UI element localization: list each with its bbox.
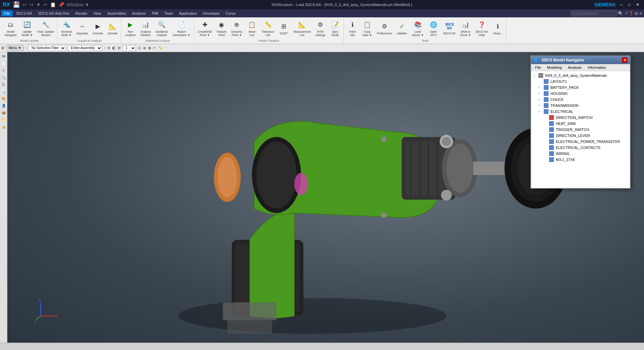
deviate-btn[interactable]: 📐 Deviate — [106, 19, 120, 38]
settings-btn[interactable]: ⚙ — [634, 11, 638, 16]
scope-filter[interactable]: Entire Assembly — [68, 45, 102, 51]
menu-tools[interactable]: Tools — [162, 10, 176, 16]
feat-update-wizard-btn[interactable]: 🔧 Feat. UpdateWizard — [35, 19, 56, 38]
sidebar-icon-lock[interactable]: 🔒 — [1, 124, 7, 130]
copy-data-btn[interactable]: 📋 CopyData ▼ — [360, 19, 374, 38]
update-model-btn[interactable]: 🔄 UpdateModel ▼ — [19, 19, 35, 38]
model-nav-menu-information[interactable]: Information — [585, 65, 609, 70]
menu-btn[interactable]: Menu ▼ — [6, 45, 24, 51]
mtm-settings-btn[interactable]: ⚙ MTMsettings — [313, 19, 327, 38]
sidebar-icon-chart[interactable]: 📊 — [1, 89, 7, 95]
analysis-window-btn[interactable]: 📊 AnalysisWindow — [138, 19, 153, 38]
sidebar-icon-box[interactable]: 📦 — [1, 110, 7, 116]
measurement-list-btn[interactable]: 📐 MeasurementList — [291, 19, 313, 38]
expand-battery-pack[interactable]: + — [538, 86, 543, 89]
menu-assemblies[interactable]: Assemblies — [105, 10, 129, 16]
sidebar-icon-nav[interactable]: 📄 — [1, 60, 7, 66]
model-nav-menu-modeling[interactable]: Modeling — [544, 65, 565, 70]
sidebar-icon-search[interactable]: 🔍 — [1, 74, 7, 80]
sidebar-icon-color[interactable]: 🎨 — [1, 96, 7, 102]
report-generation-btn[interactable]: 📄 ReportGeneration ▼ — [171, 19, 192, 38]
nav-tree-item[interactable]: ─ ELECTRICAL — [532, 109, 629, 115]
tolerance-list-btn[interactable]: 📏 ToleranceList — [260, 19, 276, 38]
model-nav-close-btn[interactable]: ✕ — [622, 57, 627, 63]
nav-tree-item[interactable]: DIRECTION_LEVER — [532, 133, 629, 139]
nav-tree-item[interactable]: ─ NX9_0_3_drill_assy_SystemMaterials — [532, 72, 629, 78]
validate-btn[interactable]: ✓ Validate — [395, 19, 409, 38]
point-info-btn[interactable]: ℹ PointInfo — [345, 19, 359, 38]
quick-access-undo[interactable]: ↩ — [23, 2, 27, 7]
nav-tree-item[interactable]: + TRANSMISSION — [532, 103, 629, 109]
nav-tree-item[interactable]: ELECTRICAL_CONTACTS — [532, 145, 629, 151]
view-icon[interactable]: ⊞ — [118, 46, 121, 50]
menu-3dcs-nx[interactable]: 3DCS-NX — [13, 10, 35, 16]
sidebar-icon-folder[interactable]: 📁 — [1, 117, 7, 123]
quick-access-paste[interactable]: 📌 — [58, 2, 64, 7]
more-icon[interactable]: ⋯ — [165, 46, 168, 50]
menu-file[interactable]: File — [1, 10, 13, 16]
separate-btn[interactable]: ↔ Separate — [74, 19, 90, 38]
menu-view[interactable]: View — [91, 10, 104, 16]
find-command-input[interactable] — [571, 10, 617, 16]
3dcs-nx-btn[interactable]: 3DCSNX 3DCS-NX — [441, 19, 458, 38]
model-nav-menu-analysis[interactable]: Analysis — [565, 65, 584, 70]
sidebar-toggle[interactable]: ☰ — [1, 46, 4, 50]
nav-tree-item[interactable]: + BATTERY_PACK — [532, 84, 629, 91]
layer-icon[interactable]: ◧ — [112, 46, 116, 50]
nav-tree-item[interactable]: ELECTRICAL_POWER_TRANSISTOR — [532, 139, 629, 145]
menu-analysis[interactable]: Analysis — [130, 10, 149, 16]
gdt-btn[interactable]: ⊞ GD&T — [277, 19, 291, 38]
menu-3dcs-nx-addons[interactable]: 3DCS-NX Add Ons — [35, 10, 72, 16]
about-btn[interactable]: ℹ About... — [491, 19, 505, 38]
nav-tree-item[interactable]: + CHUCK — [532, 97, 629, 103]
close-btn[interactable]: ✕ — [634, 2, 641, 8]
sidebar-icon-history[interactable]: # — [1, 67, 7, 73]
load-library-btn[interactable]: 📚 LoadLibrary ▼ — [410, 19, 426, 38]
open-wtx-btn[interactable]: 🌐 OpenWTX — [427, 19, 441, 38]
nav-tree-item[interactable]: WIRING — [532, 151, 629, 157]
menu-render[interactable]: Render — [73, 10, 90, 16]
quick-access-cut[interactable]: ✂ — [43, 2, 47, 7]
move-list-btn[interactable]: 📋 MoveList — [245, 19, 259, 38]
expand-transmission-nav[interactable]: + — [538, 104, 543, 107]
create-edit-point-btn[interactable]: ✚ Create\EditPoint ▼ — [196, 19, 214, 38]
viewport[interactable]: Z X Y 🔷 3DCS Model Navigator ✕ File Mode… — [7, 52, 644, 343]
window-dropdown[interactable]: Window ▼ — [67, 2, 90, 7]
menu-curve[interactable]: Curve — [223, 10, 238, 16]
run-analysis-btn[interactable]: ▶ RunAnalysis — [123, 19, 138, 38]
3dcs-nx-help-btn[interactable]: ❓ 3DCS-NXHelp — [474, 19, 490, 38]
quick-access-redo[interactable]: ↪ — [29, 2, 33, 7]
render-icon[interactable]: ◑ — [148, 46, 151, 50]
selection-filter[interactable]: No Selection Filter — [28, 45, 66, 51]
feature-point-btn[interactable]: ◉ FeaturePoint — [214, 19, 228, 38]
find-icon[interactable]: 🔍 — [618, 11, 623, 16]
minimize-btn[interactable]: ─ — [618, 2, 625, 8]
nominal-build-btn[interactable]: 🔩 NominalBuild ▼ — [59, 19, 73, 38]
nav-tree-item[interactable]: LAYOUT1 — [532, 78, 629, 84]
sidebar-icon-user[interactable]: 👤 — [1, 103, 7, 109]
expand-electrical-nav[interactable]: ─ — [538, 110, 543, 113]
nav-tree-item[interactable]: TRIGGER_SWITCH — [532, 127, 629, 133]
animate-btn[interactable]: ▶ Animate — [91, 19, 105, 38]
nav-tree-item[interactable]: DIRECTION_SWITCH — [532, 115, 629, 121]
quick-access-save[interactable]: 💾 — [13, 1, 20, 8]
write-to-excel-btn[interactable]: 📊 Write toExcel ▼ — [458, 19, 473, 38]
orient-icon[interactable]: ◈ — [143, 46, 146, 50]
dynamic-point-btn[interactable]: ⊕ DynamicPoint ▼ — [229, 19, 244, 38]
section-icon[interactable]: ✂ — [153, 46, 156, 50]
geofactor-analysis-btn[interactable]: 🔍 GeofactorAnalysis — [154, 19, 170, 38]
fit-icon[interactable]: ⊡ — [138, 46, 141, 50]
close-menu-btn[interactable]: ✕ — [639, 11, 643, 16]
expand-housing-nav[interactable]: + — [538, 92, 543, 95]
help-btn[interactable]: ❓ — [628, 11, 634, 16]
help-search[interactable]: ? — [625, 11, 628, 16]
menu-application[interactable]: Application — [176, 10, 200, 16]
expand-chuck-nav[interactable]: + — [538, 98, 543, 101]
nav-tree-item[interactable]: + HOUSING — [532, 91, 629, 97]
expand-root[interactable]: ─ — [533, 74, 538, 77]
spec-study-btn[interactable]: 📝 SpecStudy — [328, 19, 342, 38]
menu-pmi[interactable]: PMI — [149, 10, 161, 16]
measure-icon[interactable]: 📏 — [158, 46, 163, 50]
model-navigator-btn[interactable]: 🗂 ModelNavigator — [3, 19, 19, 38]
model-nav-menu-file[interactable]: File — [532, 65, 544, 70]
